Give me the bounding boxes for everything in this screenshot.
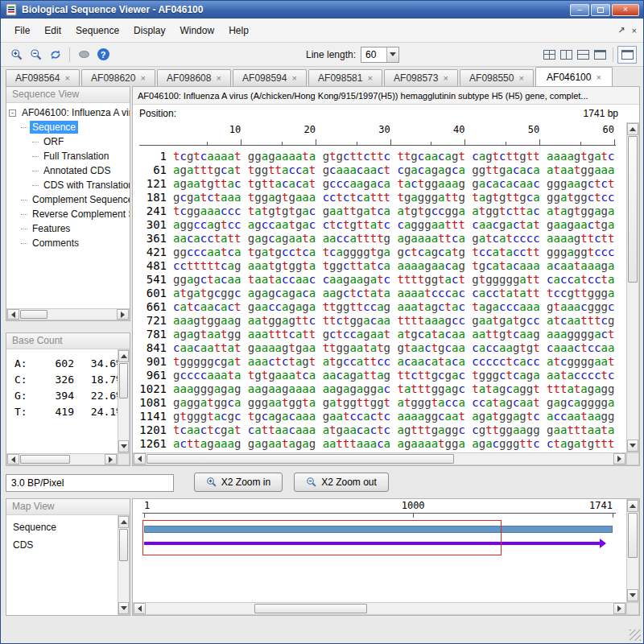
tree-connector: [21, 200, 27, 200]
scroll-down-button[interactable]: [627, 589, 638, 601]
sequence-hscrollbar[interactable]: [133, 452, 626, 465]
scrollbar-thumb[interactable]: [254, 604, 367, 613]
ruler-tick: [464, 139, 465, 145]
tab-close-icon[interactable]: ×: [367, 73, 372, 83]
scrollbar-thumb[interactable]: [20, 310, 47, 319]
tab-AF046100[interactable]: AF046100×: [535, 67, 613, 86]
tree-item-sequence[interactable]: Sequence: [6, 120, 130, 134]
tree-item-orf[interactable]: ORF: [6, 134, 130, 149]
scroll-up-button[interactable]: [118, 516, 129, 528]
bp-per-pixel-field[interactable]: 3.0 BP/Pixel: [6, 474, 174, 492]
scroll-right-button[interactable]: [105, 454, 117, 464]
menu-display[interactable]: Display: [126, 22, 172, 39]
menu-window[interactable]: Window: [172, 22, 221, 39]
scroll-right-button[interactable]: [613, 453, 625, 464]
base-count-count: 326: [37, 372, 74, 388]
zoom-in-label: X2 Zoom in: [221, 477, 270, 488]
tab-close-icon[interactable]: ×: [443, 73, 448, 83]
menu-help[interactable]: Help: [221, 22, 256, 39]
dock-arrow-icon[interactable]: ↗: [617, 25, 625, 35]
sequence-view-title: Sequence View: [6, 87, 130, 103]
scrollbar-thumb[interactable]: [628, 513, 638, 558]
menu-file[interactable]: File: [7, 22, 37, 39]
maximize-button[interactable]: [591, 4, 610, 16]
scroll-down-button[interactable]: [627, 440, 638, 452]
x2-zoom-in-button[interactable]: X2 Zoom in: [194, 473, 283, 492]
tab-AF098581[interactable]: AF098581×: [308, 69, 382, 86]
base-count-hscrollbar[interactable]: [6, 453, 118, 465]
map-track-cds[interactable]: CDS: [6, 536, 118, 554]
reset-view-tool[interactable]: [46, 45, 65, 64]
tab-AF098550[interactable]: AF098550×: [460, 69, 534, 86]
dropdown-arrow-icon[interactable]: [386, 47, 398, 62]
scroll-up-button[interactable]: [118, 350, 129, 362]
resize-grip[interactable]: [630, 630, 641, 641]
scroll-down-button[interactable]: [118, 602, 129, 614]
map-hscrollbar[interactable]: [133, 602, 626, 615]
tree-item-annotated-cds[interactable]: Annotated CDS: [6, 163, 130, 178]
scrollbar-thumb[interactable]: [119, 529, 128, 561]
split-vertical-icon[interactable]: [560, 50, 572, 60]
tab-AF098564[interactable]: AF098564×: [6, 69, 80, 86]
menubar-close-icon[interactable]: ×: [632, 26, 637, 35]
scrollbar-thumb[interactable]: [119, 363, 128, 398]
scrollbar-thumb[interactable]: [147, 454, 454, 464]
scrollbar-thumb[interactable]: [20, 455, 70, 464]
maximize-layout-icon[interactable]: [594, 50, 606, 60]
map-display[interactable]: 110001741: [133, 499, 626, 602]
tab-close-icon[interactable]: ×: [596, 72, 601, 82]
tab-AF098573[interactable]: AF098573×: [384, 69, 458, 86]
undock-tool[interactable]: [617, 46, 637, 64]
tree-item-cds-with-translation[interactable]: CDS with Translation: [6, 178, 130, 192]
tile-grid-icon[interactable]: [543, 50, 555, 60]
scroll-down-button[interactable]: [118, 440, 129, 452]
map-view-vscrollbar[interactable]: [118, 515, 130, 615]
help-tool[interactable]: ?: [93, 45, 113, 64]
scroll-up-button[interactable]: [627, 500, 638, 512]
print-tool[interactable]: [74, 45, 93, 64]
tab-close-icon[interactable]: ×: [216, 73, 221, 83]
tab-close-icon[interactable]: ×: [140, 73, 145, 83]
tab-AF098620[interactable]: AF098620×: [81, 69, 155, 86]
tree-item-full-translation[interactable]: Full Translation: [6, 149, 130, 163]
scroll-up-button[interactable]: [627, 123, 638, 135]
scroll-left-button[interactable]: [134, 453, 146, 464]
menu-sequence[interactable]: Sequence: [68, 22, 126, 39]
map-selection-rectangle[interactable]: [142, 520, 502, 555]
scroll-right-button[interactable]: [613, 603, 625, 614]
scroll-left-button[interactable]: [7, 309, 19, 320]
minimize-button[interactable]: –: [570, 4, 589, 16]
scroll-left-button[interactable]: [134, 603, 146, 614]
sequence-text: gaggatggca gggaatggta gatggttggt atgggta…: [173, 396, 614, 409]
scrollbar-thumb[interactable]: [628, 136, 638, 283]
tab-AF098594[interactable]: AF098594×: [233, 69, 307, 86]
map-vscrollbar[interactable]: [626, 499, 639, 602]
scrollbar-corner: [626, 602, 639, 615]
scroll-right-button[interactable]: [117, 309, 129, 320]
tree-item-comments[interactable]: Comments: [6, 236, 130, 250]
tab-AF098608[interactable]: AF098608×: [157, 69, 231, 86]
close-button[interactable]: ×: [612, 4, 639, 16]
base-count-count: 394: [37, 388, 74, 404]
title-bar[interactable]: Biological Sequence Viewer - AF046100 – …: [1, 1, 643, 19]
collapse-icon[interactable]: -: [9, 109, 16, 117]
tab-close-icon[interactable]: ×: [291, 73, 296, 83]
tab-close-icon[interactable]: ×: [64, 73, 69, 83]
line-length-dropdown[interactable]: 60: [361, 47, 399, 63]
tree-item-reverse-complement-se[interactable]: Reverse Complement Se: [6, 207, 130, 221]
scroll-left-button[interactable]: [7, 454, 19, 464]
map-track-sequence[interactable]: Sequence: [6, 518, 118, 536]
tab-close-icon[interactable]: ×: [518, 73, 523, 83]
sequence-display-area[interactable]: 102030405060 1tcgtcaaaat ggagaaaata gtgc…: [133, 122, 639, 465]
base-count-vscrollbar[interactable]: [118, 349, 130, 453]
menu-edit[interactable]: Edit: [37, 22, 68, 39]
zoom-out-tool[interactable]: [27, 45, 46, 64]
split-horizontal-icon[interactable]: [577, 50, 589, 60]
tree-item-complement-sequence[interactable]: Complement Sequence: [6, 192, 130, 207]
x2-zoom-out-button[interactable]: X2 Zoom out: [294, 473, 389, 492]
tree-item-af046100-influenza-a-virus[interactable]: -AF046100: Influenza A virus: [6, 105, 130, 120]
tree-item-features[interactable]: Features: [6, 221, 130, 236]
sequence-view-hscrollbar[interactable]: [6, 308, 130, 320]
zoom-in-tool[interactable]: [7, 45, 27, 64]
sequence-vscrollbar[interactable]: [626, 122, 639, 452]
